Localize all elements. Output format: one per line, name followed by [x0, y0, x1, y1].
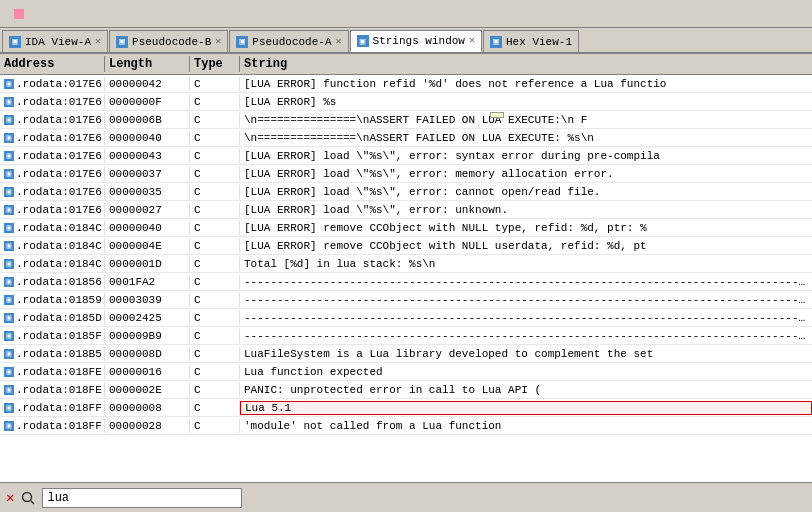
tab-hex-view-1[interactable]: ▣Hex View-1: [483, 30, 579, 52]
table-row[interactable]: ▣.rodata:0185F...000009B9C--------------…: [0, 327, 812, 345]
addr-icon: ▣: [4, 97, 14, 107]
addr-icon: ▣: [4, 313, 14, 323]
addr-icon: ▣: [4, 277, 14, 287]
table-row[interactable]: ▣.rodata:018FF...00000028C'module' not c…: [0, 417, 812, 435]
cell-address: ▣.rodata:018FE...: [0, 365, 105, 379]
table-row[interactable]: ▣.rodata:017E6...00000037C[LUA ERROR] lo…: [0, 165, 812, 183]
cell-type: C: [190, 167, 240, 181]
tab-pseudocode-b[interactable]: ▣Pseudocode-B✕: [109, 30, 228, 52]
tab-ida-view-a[interactable]: ▣IDA View-A✕: [2, 30, 108, 52]
cell-type: C: [190, 383, 240, 397]
address-text: .rodata:017E6...: [16, 114, 105, 126]
cell-address: ▣.rodata:017E6...: [0, 185, 105, 199]
cell-address: ▣.rodata:0185F...: [0, 329, 105, 343]
addr-icon: ▣: [4, 187, 14, 197]
symbol-dot: [14, 9, 24, 19]
cell-type: C: [190, 293, 240, 307]
table-row[interactable]: ▣.rodata:0184C...00000040C[LUA ERROR] re…: [0, 219, 812, 237]
cell-length: 00000027: [105, 203, 190, 217]
table-row[interactable]: ▣.rodata:017E6...00000040C\n============…: [0, 129, 812, 147]
table-row[interactable]: ▣.rodata:0185D...00002425C--------------…: [0, 309, 812, 327]
search-icon[interactable]: [20, 490, 36, 506]
cell-string: Total [%d] in lua stack: %s\n: [240, 257, 812, 271]
cell-address: ▣.rodata:018FF...: [0, 401, 105, 415]
addr-icon: ▣: [4, 367, 14, 377]
tab-label-hex-view-1: Hex View-1: [506, 36, 572, 48]
cell-string: \n===============\nASSERT FAILED ON LUA …: [240, 113, 812, 127]
addr-icon: ▣: [4, 79, 14, 89]
svg-point-0: [23, 492, 32, 501]
tab-label-ida-view-a: IDA View-A: [25, 36, 91, 48]
table-row[interactable]: ▣.rodata:018B5...0000008DCLuaFileSystem …: [0, 345, 812, 363]
col-header-type: Type: [190, 56, 240, 72]
table-row[interactable]: ▣.rodata:018FE...0000002ECPANIC: unprote…: [0, 381, 812, 399]
table-row[interactable]: ▣.rodata:017E6...00000043C[LUA ERROR] lo…: [0, 147, 812, 165]
cell-length: 0000006B: [105, 113, 190, 127]
table-row[interactable]: ▣.rodata:017E6...0000006BC\n============…: [0, 111, 812, 129]
table-row[interactable]: ▣.rodata:01856...0001FA2C---------------…: [0, 273, 812, 291]
tab-bar: ▣IDA View-A✕▣Pseudocode-B✕▣Pseudocode-A✕…: [0, 28, 812, 54]
cell-string: [LUA ERROR] remove CCObject with NULL us…: [240, 239, 812, 253]
cell-length: 00000035: [105, 185, 190, 199]
tab-close-pseudocode-b[interactable]: ✕: [215, 37, 221, 47]
cell-type: C: [190, 365, 240, 379]
table-row[interactable]: ▣.rodata:017E6...00000027C[LUA ERROR] lo…: [0, 201, 812, 219]
table-row[interactable]: ▣.rodata:018FE...00000016CLua function e…: [0, 363, 812, 381]
table-row[interactable]: ▣.rodata:018FF...00000008CLua 5.1: [0, 399, 812, 417]
cell-type: C: [190, 419, 240, 433]
svg-line-1: [31, 500, 35, 504]
x-button[interactable]: ✕: [6, 489, 14, 506]
tab-close-strings-window[interactable]: ✕: [469, 36, 475, 46]
cell-string: [LUA ERROR] load \"%s\", error: memory a…: [240, 167, 812, 181]
address-text: .rodata:018FE...: [16, 384, 105, 396]
addr-icon: ▣: [4, 133, 14, 143]
cell-string: ----------------------------------------…: [240, 275, 812, 289]
addr-icon: ▣: [4, 403, 14, 413]
tab-close-pseudocode-a[interactable]: ✕: [336, 37, 342, 47]
col-header-address: Address: [0, 56, 105, 72]
cell-address: ▣.rodata:017E6...: [0, 167, 105, 181]
cell-address: ▣.rodata:017E6...: [0, 77, 105, 91]
table-row[interactable]: ▣.rodata:01859...00003039C--------------…: [0, 291, 812, 309]
address-text: .rodata:018FF...: [16, 420, 105, 432]
address-text: .rodata:017E6...: [16, 168, 105, 180]
cell-address: ▣.rodata:017E6...: [0, 203, 105, 217]
table-row[interactable]: ▣.rodata:0184C...0000001DCTotal [%d] in …: [0, 255, 812, 273]
cell-length: 0000008D: [105, 347, 190, 361]
address-text: .rodata:017E6...: [16, 186, 105, 198]
cell-length: 000009B9: [105, 329, 190, 343]
cell-string: ----------------------------------------…: [240, 329, 812, 343]
cell-length: 0000001D: [105, 257, 190, 271]
addr-icon: ▣: [4, 259, 14, 269]
table-row[interactable]: ▣.rodata:0184C...0000004EC[LUA ERROR] re…: [0, 237, 812, 255]
cell-address: ▣.rodata:018FF...: [0, 419, 105, 433]
address-text: .rodata:0184C...: [16, 222, 105, 234]
cell-string: [LUA ERROR] %s: [240, 95, 812, 109]
cell-string: [LUA ERROR] load \"%s\", error: unknown.: [240, 203, 812, 217]
table-body[interactable]: ▣.rodata:017E6...00000042C[LUA ERROR] fu…: [0, 75, 812, 482]
tab-strings-window[interactable]: ▣Strings window✕: [350, 30, 482, 52]
tab-icon-pseudocode-a: ▣: [236, 36, 248, 48]
cell-string: [LUA ERROR] remove CCObject with NULL ty…: [240, 221, 812, 235]
tab-close-ida-view-a[interactable]: ✕: [95, 37, 101, 47]
cell-length: 00000028: [105, 419, 190, 433]
cell-string: ----------------------------------------…: [240, 293, 812, 307]
address-text: .rodata:018FE...: [16, 366, 105, 378]
cell-string: Lua 5.1: [240, 401, 812, 415]
search-input[interactable]: [42, 488, 242, 508]
table-row[interactable]: ▣.rodata:017E6...00000042C[LUA ERROR] fu…: [0, 75, 812, 93]
cell-address: ▣.rodata:0185D...: [0, 311, 105, 325]
tab-label-pseudocode-b: Pseudocode-B: [132, 36, 211, 48]
addr-icon: ▣: [4, 241, 14, 251]
cell-type: C: [190, 311, 240, 325]
cell-length: 00000040: [105, 131, 190, 145]
cell-address: ▣.rodata:0184C...: [0, 257, 105, 271]
cell-length: 0000004E: [105, 239, 190, 253]
table-row[interactable]: ▣.rodata:017E6...00000035C[LUA ERROR] lo…: [0, 183, 812, 201]
cell-type: C: [190, 203, 240, 217]
tab-pseudocode-a[interactable]: ▣Pseudocode-A✕: [229, 30, 348, 52]
cell-address: ▣.rodata:018B5...: [0, 347, 105, 361]
tab-icon-ida-view-a: ▣: [9, 36, 21, 48]
cell-address: ▣.rodata:017E6...: [0, 113, 105, 127]
table-row[interactable]: ▣.rodata:017E6...0000000FC[LUA ERROR] %s: [0, 93, 812, 111]
